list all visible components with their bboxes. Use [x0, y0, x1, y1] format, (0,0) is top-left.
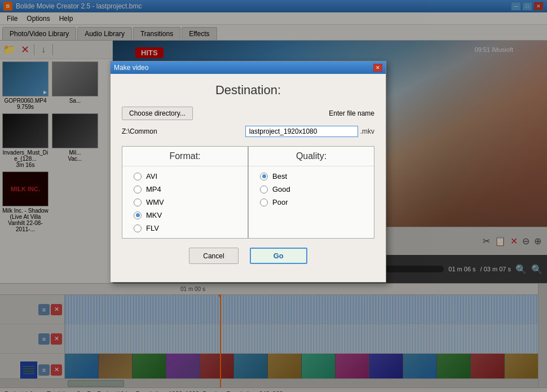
mp4-label: MP4 [146, 185, 161, 193]
cancel-button[interactable]: Cancel [189, 248, 238, 264]
poor-label: Poor [272, 198, 288, 206]
modal-titlebar: Make video ✕ [111, 61, 386, 74]
format-radio-group: AVI MP4 WMV MKV [122, 166, 248, 238]
format-heading: Format: [122, 147, 248, 166]
modal-footer: Cancel Go [122, 248, 374, 273]
mp4-radio[interactable] [134, 186, 142, 193]
format-section: Format: AVI MP4 WMV [122, 146, 248, 239]
modal-heading: Destination: [122, 83, 374, 98]
flv-radio[interactable] [134, 224, 142, 232]
format-wmv[interactable]: WMV [134, 198, 236, 206]
format-flv[interactable]: FLV [134, 224, 236, 232]
filename-input[interactable] [245, 126, 358, 137]
quality-heading: Quality: [249, 147, 374, 166]
quality-section: Quality: Best Good Poor [248, 146, 374, 239]
format-mkv[interactable]: MKV [134, 211, 236, 219]
best-radio[interactable] [260, 173, 268, 180]
go-button[interactable]: Go [250, 248, 307, 264]
modal-overlay: Make video ✕ Destination: Choose directo… [0, 0, 547, 392]
make-video-dialog: Make video ✕ Destination: Choose directo… [110, 61, 386, 283]
choose-directory-button[interactable]: Choose directory... [122, 107, 193, 120]
best-label: Best [272, 172, 287, 180]
quality-radio-group: Best Good Poor [249, 166, 374, 212]
avi-radio[interactable] [134, 173, 142, 180]
extension-label: .mkv [360, 127, 374, 135]
format-quality-section: Format: AVI MP4 WMV [122, 146, 374, 239]
mkv-label: MKV [146, 211, 162, 219]
avi-label: AVI [146, 172, 157, 180]
format-avi[interactable]: AVI [134, 172, 236, 180]
quality-good[interactable]: Good [260, 185, 363, 193]
good-label: Good [272, 185, 290, 193]
modal-title-label: Make video [114, 64, 148, 72]
filename-row: Z:\Common .mkv [122, 126, 374, 137]
good-radio[interactable] [260, 186, 268, 193]
format-mp4[interactable]: MP4 [134, 185, 236, 193]
poor-radio[interactable] [260, 199, 268, 206]
modal-body: Destination: Choose directory... Enter f… [111, 74, 386, 282]
quality-poor[interactable]: Poor [260, 198, 363, 206]
destination-row: Choose directory... Enter file name [122, 107, 374, 120]
modal-close-button[interactable]: ✕ [373, 64, 382, 72]
directory-path: Z:\Common [122, 127, 157, 135]
enter-file-label: Enter file name [329, 109, 374, 117]
wmv-radio[interactable] [134, 199, 142, 206]
mkv-radio[interactable] [134, 212, 142, 219]
wmv-label: WMV [146, 198, 164, 206]
quality-best[interactable]: Best [260, 172, 363, 180]
flv-label: FLV [146, 224, 159, 232]
